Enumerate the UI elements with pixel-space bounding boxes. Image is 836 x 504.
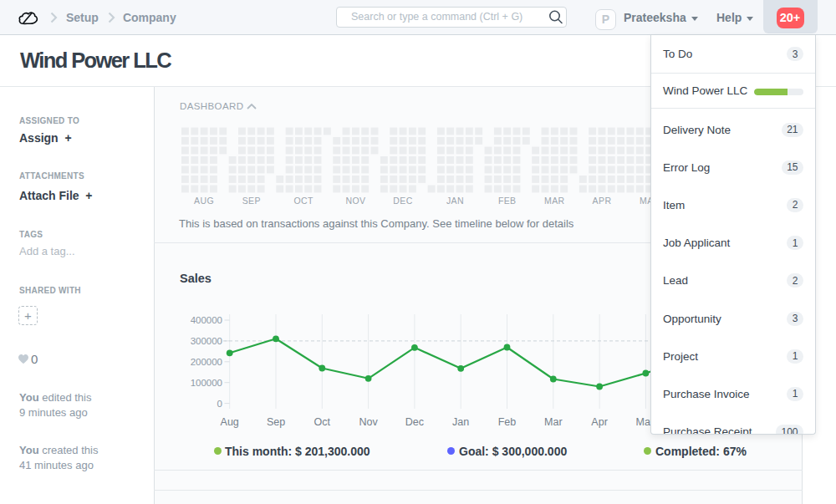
svg-text:Oct: Oct [314,416,331,428]
svg-text:Feb: Feb [498,416,517,428]
svg-text:Apr: Apr [591,416,607,428]
svg-text:400000: 400000 [191,315,222,325]
svg-text:Jan: Jan [452,416,469,428]
svg-text:Sep: Sep [267,416,285,428]
svg-text:Nov: Nov [359,416,378,428]
svg-text:100000: 100000 [191,378,222,388]
svg-text:200000: 200000 [191,357,222,367]
svg-text:300000: 300000 [191,336,222,346]
svg-text:Dec: Dec [405,416,424,428]
svg-text:0: 0 [217,399,222,409]
svg-text:Aug: Aug [221,416,239,428]
svg-text:Mar: Mar [544,416,563,428]
